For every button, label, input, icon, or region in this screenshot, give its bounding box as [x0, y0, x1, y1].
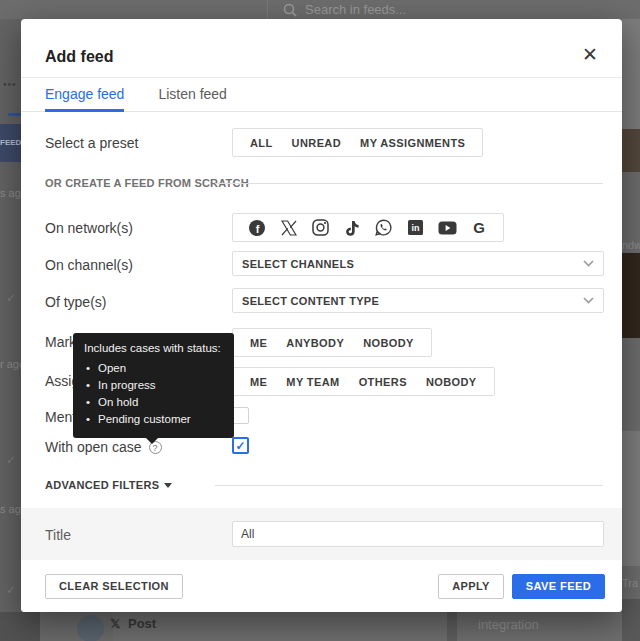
google-icon[interactable]: G	[469, 218, 489, 238]
modal-footer: CLEAR SELECTION APPLY SAVE FEED	[21, 560, 622, 612]
open-case-checkbox[interactable]: ✓	[232, 437, 249, 454]
open-case-tooltip: Includes cases with status: OpenIn progr…	[73, 333, 234, 438]
background-card	[622, 19, 640, 129]
assigned-option[interactable]: NOBODY	[426, 376, 477, 388]
youtube-icon[interactable]	[437, 218, 457, 238]
svg-text:in: in	[412, 223, 420, 233]
tab-engage-feed[interactable]: Engage feed	[45, 78, 124, 112]
scratch-divider-line	[215, 183, 603, 184]
background-bottom-row: 𝕏 Post integration	[0, 612, 622, 641]
avatar	[77, 615, 104, 641]
linkedin-icon[interactable]: in	[406, 218, 426, 238]
modal-title: Add feed	[45, 48, 113, 66]
timestamp-fragment: r ago	[0, 358, 21, 370]
whatsapp-icon[interactable]	[374, 218, 394, 238]
advanced-filters-toggle[interactable]: ADVANCED FILTERS	[45, 479, 172, 491]
check-icon: ✓	[6, 583, 16, 597]
preset-option[interactable]: UNREAD	[292, 137, 341, 149]
tooltip-status-item: Pending customer	[84, 411, 223, 428]
preset-label: Select a preset	[45, 135, 138, 151]
column-divider	[267, 0, 268, 19]
types-label: Of type(s)	[45, 294, 106, 310]
chevron-down-icon	[583, 260, 594, 267]
title-input[interactable]	[232, 521, 604, 547]
preset-option[interactable]: MY ASSIGNMENTS	[360, 137, 465, 149]
open-case-label-text: With open case	[45, 439, 142, 455]
background-left-sidebar: ••• FEED s ago ✓ r ago ✓ s ago ✓	[0, 19, 21, 641]
assigned-option[interactable]: ME	[250, 376, 267, 388]
feed-tabs: Engage feed Listen feed	[21, 78, 622, 112]
chevron-down-icon	[583, 297, 594, 304]
check-icon: ✓	[6, 453, 16, 467]
background-right-column: ndw Tra	[622, 19, 640, 641]
marked-option[interactable]: ANYBODY	[286, 337, 344, 349]
post-thumbnail	[622, 129, 640, 172]
advanced-filters-label: ADVANCED FILTERS	[45, 479, 159, 491]
assigned-option[interactable]: MY TEAM	[286, 376, 339, 388]
tooltip-title: Includes cases with status:	[84, 342, 223, 354]
tooltip-status-item: On hold	[84, 394, 223, 411]
content-type-select-value: SELECT CONTENT TYPE	[242, 295, 583, 307]
timestamp-fragment: s ago	[0, 503, 21, 515]
svg-text:f: f	[256, 222, 260, 234]
x-network-icon: 𝕏	[110, 616, 120, 631]
save-feed-button[interactable]: SAVE FEED	[512, 574, 605, 599]
text-fragment: ndw	[622, 239, 640, 251]
channels-select[interactable]: SELECT CHANNELS	[232, 251, 604, 276]
marked-option[interactable]: NOBODY	[363, 337, 414, 349]
check-icon: ✓	[6, 291, 16, 305]
tab-listen-feed[interactable]: Listen feed	[158, 78, 227, 112]
caret-down-icon	[164, 483, 172, 488]
marked-options: MEANYBODYNOBODY	[232, 328, 432, 357]
background-card	[622, 599, 640, 641]
search-input: Search in feeds...	[305, 2, 406, 17]
instagram-icon[interactable]	[310, 218, 330, 238]
assigned-option[interactable]: OTHERS	[359, 376, 407, 388]
facebook-icon[interactable]: f	[247, 218, 267, 238]
background-tab-underline	[8, 113, 21, 116]
background-column-gap	[447, 612, 457, 641]
close-icon[interactable]: ✕	[578, 39, 602, 70]
background-card	[622, 431, 640, 566]
tooltip-status-list: OpenIn progressOn holdPending customer	[84, 360, 223, 428]
assigned-options: MEMY TEAMOTHERSNOBODY	[232, 367, 495, 396]
channels-select-value: SELECT CHANNELS	[242, 258, 583, 270]
tooltip-status-item: In progress	[84, 377, 223, 394]
svg-text:G: G	[473, 219, 485, 236]
preset-options: ALLUNREADMY ASSIGNMENTS	[232, 128, 483, 157]
advanced-divider-line	[215, 485, 603, 486]
post-thumbnail	[622, 253, 640, 338]
tiktok-icon[interactable]	[342, 218, 362, 238]
title-field-label: Title	[45, 527, 71, 543]
marked-option[interactable]: ME	[250, 337, 267, 349]
search-icon	[283, 3, 297, 17]
x-icon[interactable]	[279, 218, 299, 238]
integration-label: integration	[478, 617, 539, 632]
clear-selection-button[interactable]: CLEAR SELECTION	[45, 574, 183, 599]
content-type-select[interactable]: SELECT CONTENT TYPE	[232, 288, 604, 313]
channels-label: On channel(s)	[45, 257, 133, 273]
network-selector: f in	[232, 213, 504, 242]
background-column	[0, 612, 40, 641]
text-fragment: Tra	[622, 577, 638, 589]
timestamp-fragment: s ago	[0, 187, 21, 199]
add-feed-modal: Add feed ✕ Engage feed Listen feed Selec…	[21, 19, 622, 612]
preset-option[interactable]: ALL	[250, 137, 273, 149]
more-dots-icon: •••	[3, 79, 17, 90]
sidebar-item-feeds: FEED	[0, 124, 21, 162]
networks-label: On network(s)	[45, 220, 133, 236]
post-type-label: Post	[128, 616, 156, 631]
background-topbar: Search in feeds...	[0, 0, 640, 19]
apply-button[interactable]: APPLY	[438, 574, 504, 599]
mentions-checkbox[interactable]	[232, 407, 249, 424]
tooltip-status-item: Open	[84, 360, 223, 377]
